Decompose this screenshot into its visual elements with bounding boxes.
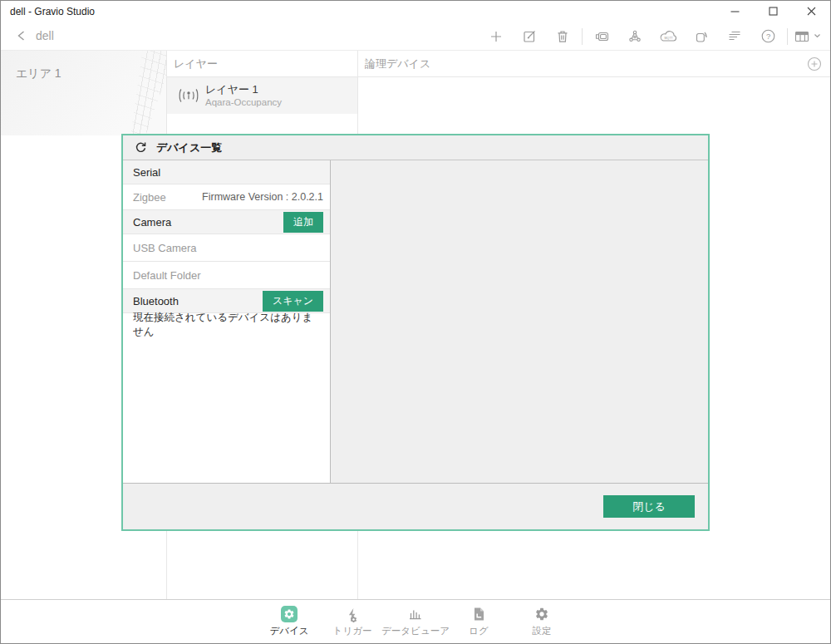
maximize-icon	[769, 7, 778, 16]
add-logical-device-button[interactable]	[807, 57, 822, 71]
settings-gear-icon	[534, 607, 549, 622]
nav-label: データビューア	[381, 625, 450, 637]
device-item-zigbee[interactable]: Zigbee Firmware Version : 2.0.2.1	[123, 184, 330, 210]
maximize-button[interactable]	[754, 1, 792, 22]
layer-list-item[interactable]: レイヤー 1 Aqara-Occupancy	[167, 77, 357, 114]
section-label: Camera	[133, 216, 171, 229]
refresh-icon	[134, 140, 148, 155]
svg-text:MQTT: MQTT	[664, 37, 673, 40]
edit-button[interactable]	[513, 24, 546, 49]
layer-item-subtitle: Aqara-Occupancy	[205, 96, 282, 108]
camera-button[interactable]	[585, 24, 618, 49]
nav-label: 設定	[533, 625, 552, 637]
log-list-button[interactable]	[718, 24, 751, 49]
back-button[interactable]	[12, 27, 31, 45]
help-icon: ?	[760, 28, 776, 44]
layer-item-text: レイヤー 1 Aqara-Occupancy	[205, 83, 282, 108]
nav-item-settings[interactable]: 設定	[510, 605, 573, 637]
bottom-nav: デバイス トリガー データビューア ログ 設定	[1, 599, 830, 643]
toolbar: MQTT ?	[479, 22, 824, 51]
device-item-label: USB Camera	[133, 242, 197, 254]
section-label: Bluetooth	[133, 295, 179, 307]
nav-item-trigger[interactable]: トリガー	[321, 605, 384, 637]
layer-column-header: レイヤー	[167, 51, 357, 77]
logical-device-header-label: 論理デバイス	[365, 57, 430, 70]
devices-icon	[281, 606, 297, 622]
area-tile[interactable]: エリア 1	[1, 51, 166, 135]
minimize-button[interactable]	[715, 1, 754, 22]
svg-text:?: ?	[766, 32, 770, 41]
layer-item-title: レイヤー 1	[205, 83, 282, 96]
toolbar-separator	[582, 28, 583, 45]
add-button[interactable]	[479, 24, 513, 49]
chevron-left-icon	[16, 30, 27, 42]
dialog-header: デバイス一覧	[123, 135, 708, 160]
close-button[interactable]	[792, 1, 830, 22]
bluetooth-scan-button[interactable]: スキャン	[263, 291, 323, 312]
delete-button[interactable]	[546, 24, 579, 49]
device-item-label: Zigbee	[133, 191, 166, 204]
zigbee-icon	[627, 29, 642, 44]
device-section-serial: Serial	[123, 160, 330, 184]
device-section-camera: Camera 追加	[123, 210, 330, 234]
nav-item-dataviewer[interactable]: データビューア	[384, 605, 447, 637]
navbar: dell MQTT	[1, 22, 830, 51]
chevron-down-icon	[814, 33, 821, 39]
plus-circle-icon	[807, 57, 822, 71]
nav-label: デバイス	[269, 625, 308, 637]
device-item-default-folder[interactable]: Default Folder	[123, 262, 330, 289]
mqtt-button[interactable]: MQTT	[652, 24, 685, 49]
zigbee-button[interactable]	[618, 24, 652, 49]
device-list: Serial Zigbee Firmware Version : 2.0.2.1…	[123, 160, 331, 483]
section-label: Serial	[133, 166, 160, 179]
dialog-footer: 閉じる	[123, 483, 708, 529]
view-switch-button[interactable]	[790, 24, 824, 49]
minimize-icon	[730, 7, 740, 16]
trash-icon	[555, 29, 570, 44]
device-item-usb-camera[interactable]: USB Camera	[123, 234, 330, 262]
close-icon	[807, 7, 816, 16]
device-item-label: Default Folder	[133, 269, 201, 282]
device-list-dialog: デバイス一覧 Serial Zigbee Firmware Version : …	[121, 134, 710, 531]
area-label: エリア 1	[16, 66, 61, 81]
nav-item-devices[interactable]: デバイス	[258, 605, 321, 637]
occupancy-sensor-icon	[177, 87, 202, 104]
nav-label: トリガー	[333, 625, 372, 637]
no-devices-message: 現在接続されているデバイスはありません	[123, 313, 330, 336]
help-button[interactable]: ?	[751, 24, 784, 49]
dialog-close-button[interactable]: 閉じる	[603, 495, 695, 518]
trigger-gear-icon	[350, 616, 357, 623]
titlebar: dell - Gravio Studio	[1, 1, 830, 22]
nav-label: ログ	[469, 625, 489, 637]
app-window: dell - Gravio Studio dell	[0, 0, 831, 644]
bar-chart-icon	[407, 607, 424, 622]
log-document-icon	[472, 607, 485, 622]
edit-icon	[522, 28, 538, 44]
toolbar-separator	[787, 28, 788, 45]
camera-icon	[593, 30, 611, 43]
breadcrumb: dell	[36, 29, 54, 42]
log-lines-icon	[727, 30, 742, 42]
window-controls	[715, 1, 830, 22]
firmware-version: Firmware Version : 2.0.2.1	[202, 191, 323, 203]
dialog-body: Serial Zigbee Firmware Version : 2.0.2.1…	[123, 160, 708, 483]
window-title: dell - Gravio Studio	[10, 6, 95, 17]
dialog-title: デバイス一覧	[156, 140, 222, 155]
nav-item-log[interactable]: ログ	[447, 605, 510, 637]
refresh-button[interactable]	[130, 138, 151, 158]
logical-device-header: 論理デバイス	[358, 51, 830, 77]
sensor-button[interactable]	[685, 24, 718, 49]
table-view-icon	[794, 30, 810, 43]
device-detail-pane	[331, 160, 708, 483]
sensor-tag-icon	[694, 29, 709, 44]
area-thumbnail-pattern	[87, 51, 166, 135]
plus-icon	[489, 30, 503, 43]
mqtt-cloud-icon: MQTT	[659, 29, 678, 43]
camera-add-button[interactable]: 追加	[283, 212, 323, 233]
message-label: 現在接続されているデバイスはありません	[133, 311, 323, 339]
